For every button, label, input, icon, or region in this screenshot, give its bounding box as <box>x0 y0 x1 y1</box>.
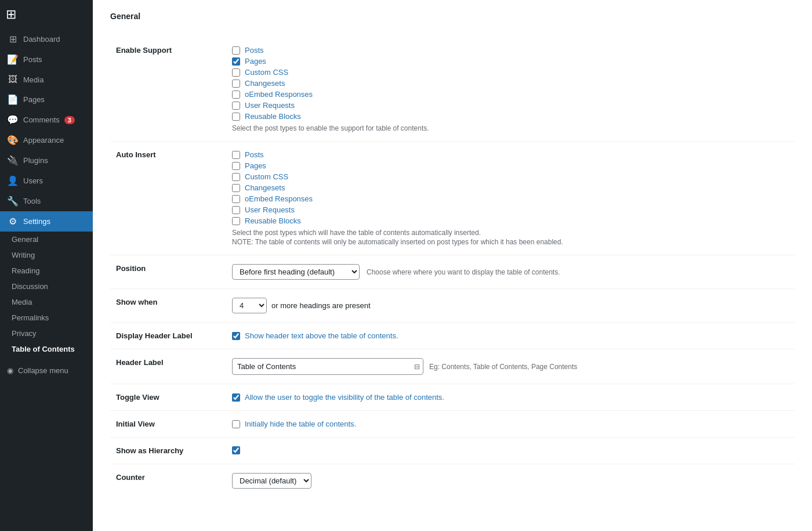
dashboard-icon: ⊞ <box>7 34 19 45</box>
settings-submenu: GeneralWritingReadingDiscussionMediaPerm… <box>0 232 93 357</box>
show-when-select[interactable]: 2345678 <box>232 298 267 313</box>
section-title: General <box>110 12 795 26</box>
es-changesets-checkbox[interactable] <box>232 80 240 88</box>
auto-insert-label: Auto Insert <box>110 142 226 255</box>
ai-custom-css-checkbox[interactable] <box>232 173 240 181</box>
media-icon: 🖼 <box>7 74 19 85</box>
users-icon: 👤 <box>7 175 19 186</box>
ai-reusable-blocks-checkbox[interactable] <box>232 217 240 225</box>
toggle-view-checkbox-label: Allow the user to toggle the visibility … <box>245 393 444 402</box>
auto-insert-option-ai-posts: Posts <box>232 150 789 159</box>
sidebar-item-media[interactable]: 🖼 Media <box>0 70 93 89</box>
ai-oembed-checkbox[interactable] <box>232 195 240 203</box>
tools-icon: 🔧 <box>7 196 19 207</box>
sidebar-item-label: Settings <box>23 217 50 226</box>
enable-support-label: Enable Support <box>110 37 226 142</box>
counter-row: Counter Decimal (default)NumericNone <box>110 464 795 498</box>
ai-user-requests-checkbox[interactable] <box>232 206 240 214</box>
enable-support-option-es-reusable-blocks: Reusable Blocks <box>232 112 789 121</box>
sidebar-item-comments[interactable]: 💬 Comments 3 <box>0 110 93 130</box>
sidebar-item-label: Dashboard <box>23 35 60 44</box>
initial-view-row: Initial View Initially hide the table of… <box>110 411 795 438</box>
header-label-content: ⊟ Eg: Contents, Table of Contents, Page … <box>226 349 795 384</box>
ai-oembed-label: oEmbed Responses <box>245 194 313 203</box>
es-posts-label: Posts <box>245 46 264 55</box>
settings-icon: ⚙ <box>7 216 19 227</box>
position-select[interactable]: Before first heading (default)After firs… <box>232 264 360 280</box>
sidebar-item-users[interactable]: 👤 Users <box>0 171 93 191</box>
submenu-item-writing[interactable]: Writing <box>0 247 93 263</box>
show-as-hierarchy-label: Show as Hierarchy <box>110 438 226 464</box>
toggle-view-label: Toggle View <box>110 384 226 411</box>
submenu-item-media[interactable]: Media <box>0 294 93 310</box>
display-header-label-row: Display Header Label Show header text ab… <box>110 323 795 349</box>
counter-label: Counter <box>110 464 226 498</box>
toggle-view-checkbox[interactable] <box>232 393 240 402</box>
collapse-icon: ◉ <box>7 366 13 375</box>
sidebar-item-settings[interactable]: ⚙ Settings <box>0 211 93 232</box>
sidebar-item-pages[interactable]: 📄 Pages <box>0 89 93 110</box>
es-pages-checkbox[interactable] <box>232 57 240 66</box>
show-as-hierarchy-checkbox[interactable] <box>232 446 240 454</box>
auto-insert-row: Auto Insert Posts Pages Custom CSS Chang… <box>110 142 795 255</box>
submenu-item-privacy[interactable]: Privacy <box>0 326 93 341</box>
ai-posts-label: Posts <box>245 150 264 159</box>
sidebar-item-dashboard[interactable]: ⊞ Dashboard <box>0 29 93 49</box>
submenu-item-reading[interactable]: Reading <box>0 263 93 279</box>
initial-view-checkbox-label: Initially hide the table of contents. <box>245 420 356 428</box>
es-reusable-blocks-checkbox[interactable] <box>232 113 240 121</box>
sidebar-item-tools[interactable]: 🔧 Tools <box>0 191 93 211</box>
enable-support-content: Posts Pages Custom CSS Changesets oEmbed… <box>226 37 795 142</box>
es-posts-checkbox[interactable] <box>232 46 240 55</box>
submenu-item-table-of-contents[interactable]: Table of Contents <box>0 341 93 357</box>
es-oembed-label: oEmbed Responses <box>245 90 313 99</box>
show-as-hierarchy-content <box>226 438 795 464</box>
sidebar-item-label: Posts <box>23 55 42 64</box>
enable-support-option-es-custom-css: Custom CSS <box>232 68 789 77</box>
position-row: Position Before first heading (default)A… <box>110 255 795 289</box>
sidebar-item-appearance[interactable]: 🎨 Appearance <box>0 130 93 150</box>
sidebar-item-posts[interactable]: 📝 Posts <box>0 49 93 70</box>
sidebar-item-label: Appearance <box>23 136 64 145</box>
sidebar-item-plugins[interactable]: 🔌 Plugins <box>0 150 93 171</box>
submenu-item-discussion[interactable]: Discussion <box>0 279 93 294</box>
auto-insert-option-ai-changesets: Changesets <box>232 183 789 192</box>
appearance-icon: 🎨 <box>7 135 19 146</box>
ai-custom-css-label: Custom CSS <box>245 172 288 181</box>
sidebar-item-label: Plugins <box>23 156 48 165</box>
main-content: General Enable Support Posts Pages Custo… <box>93 0 812 531</box>
display-header-label-checkbox[interactable] <box>232 332 240 340</box>
ai-user-requests-label: User Requests <box>245 205 295 214</box>
sidebar: ⊞ ⊞ Dashboard 📝 Posts 🖼 Media 📄 Pages 💬 … <box>0 0 93 531</box>
sidebar-item-label: Tools <box>23 197 41 205</box>
enable-support-checkboxes: Posts Pages Custom CSS Changesets oEmbed… <box>232 46 789 121</box>
auto-insert-checkboxes: Posts Pages Custom CSS Changesets oEmbed… <box>232 150 789 225</box>
collapse-menu-button[interactable]: ◉ Collapse menu <box>0 362 93 380</box>
enable-support-help: Select the post types to enable the supp… <box>232 124 789 132</box>
ai-changesets-checkbox[interactable] <box>232 184 240 192</box>
ai-posts-checkbox[interactable] <box>232 151 240 159</box>
sidebar-item-label: Comments <box>23 115 60 124</box>
pages-icon: 📄 <box>7 94 19 105</box>
es-oembed-checkbox[interactable] <box>232 91 240 99</box>
ai-changesets-label: Changesets <box>245 183 285 192</box>
counter-select[interactable]: Decimal (default)NumericNone <box>232 473 311 489</box>
position-help: Choose where where you want to display t… <box>367 268 560 276</box>
header-label-label: Header Label <box>110 349 226 384</box>
enable-support-option-es-posts: Posts <box>232 46 789 55</box>
auto-insert-option-ai-oembed: oEmbed Responses <box>232 194 789 203</box>
es-pages-label: Pages <box>245 57 266 66</box>
initial-view-checkbox[interactable] <box>232 420 240 428</box>
header-label-eg: Eg: Contents, Table of Contents, Page Co… <box>429 363 577 371</box>
es-custom-css-checkbox[interactable] <box>232 68 240 77</box>
reset-icon[interactable]: ⊟ <box>414 363 420 371</box>
es-user-requests-checkbox[interactable] <box>232 102 240 110</box>
header-label-input[interactable] <box>232 358 423 375</box>
initial-view-content: Initially hide the table of contents. <box>226 411 795 438</box>
display-header-label-content: Show header text above the table of cont… <box>226 323 795 349</box>
auto-insert-option-ai-reusable-blocks: Reusable Blocks <box>232 216 789 225</box>
submenu-item-permalinks[interactable]: Permalinks <box>0 310 93 326</box>
ai-pages-checkbox[interactable] <box>232 162 240 170</box>
sidebar-item-label: Pages <box>23 95 45 104</box>
submenu-item-general[interactable]: General <box>0 232 93 247</box>
